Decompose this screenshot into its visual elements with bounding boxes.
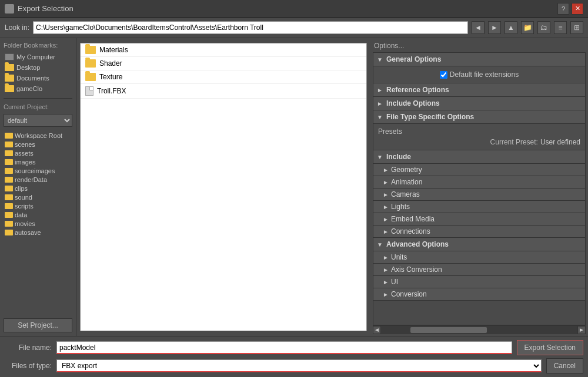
- cameras-header[interactable]: ► Cameras: [373, 188, 585, 201]
- embed-media-title: Embed Media: [391, 215, 435, 223]
- file-type-specific-header[interactable]: ▼ File Type Specific Options: [373, 110, 585, 124]
- current-project-label: Current Project:: [4, 103, 72, 110]
- bookmark-documents[interactable]: Documents: [4, 73, 72, 83]
- cancel-button[interactable]: Cancel: [546, 358, 583, 373]
- include-section-header[interactable]: ▼ Include: [373, 150, 585, 164]
- nav-create-folder-button[interactable]: 📁: [521, 21, 534, 34]
- filetype-select[interactable]: FBX export: [56, 359, 542, 372]
- file-item-texture[interactable]: Texture: [81, 70, 366, 84]
- units-arrow: ►: [383, 254, 389, 261]
- h-scroll-thumb: [410, 327, 487, 333]
- tree-label-assets: assets: [15, 150, 34, 157]
- tree-item-data[interactable]: data: [4, 211, 72, 219]
- tree-label-sourceimages: sourceimages: [15, 167, 55, 174]
- file-item-materials[interactable]: Materials: [81, 43, 366, 57]
- geometry-title: Geometry: [391, 166, 422, 174]
- tree-label-data: data: [15, 211, 27, 218]
- tree-item-clips[interactable]: clips: [4, 184, 72, 193]
- general-options-header[interactable]: ▼ General Options: [373, 53, 585, 66]
- include-options-header[interactable]: ► Include Options: [373, 97, 585, 110]
- tree-item-scripts[interactable]: scripts: [4, 202, 72, 210]
- default-file-ext-checkbox-row: Default file extensions: [440, 70, 519, 79]
- workspace-tree: Workspace Root scenes assets images sour…: [4, 132, 72, 317]
- bookmark-desktop-label: Desktop: [16, 64, 40, 71]
- title-bar-controls: ? ✕: [557, 3, 583, 15]
- units-header[interactable]: ► Units: [373, 251, 585, 264]
- include-section-title: Include: [386, 153, 411, 161]
- h-scroll-left-button[interactable]: ◄: [373, 326, 381, 334]
- bookmark-gameclo-label: gameClo: [16, 85, 42, 92]
- animation-header[interactable]: ► Animation: [373, 176, 585, 188]
- conversion-header[interactable]: ► Conversion: [373, 288, 585, 301]
- current-preset-value: User defined: [540, 138, 580, 146]
- presets-section: Presets Current Preset: User defined: [373, 124, 585, 150]
- main-content: Folder Bookmarks: My Computer Desktop Do…: [0, 38, 588, 336]
- folder-icon-sm: [5, 212, 13, 218]
- folder-icon-sm: [5, 221, 13, 227]
- nav-forward-button[interactable]: ►: [488, 21, 501, 34]
- default-file-ext-label: Default file extensions: [450, 70, 519, 79]
- file-item-troll-fbx[interactable]: Troll.FBX: [81, 84, 366, 99]
- presets-label: Presets: [378, 127, 580, 136]
- folder-bookmarks-label: Folder Bookmarks:: [4, 42, 72, 49]
- file-label-texture: Texture: [99, 73, 122, 81]
- export-selection-button[interactable]: Export Selection: [517, 340, 583, 355]
- lights-title: Lights: [391, 203, 410, 211]
- axis-conversion-header[interactable]: ► Axis Conversion: [373, 264, 585, 276]
- nav-list-view-button[interactable]: ≡: [554, 21, 567, 34]
- tree-item-renderdata[interactable]: renderData: [4, 176, 72, 184]
- folder-icon: [5, 75, 14, 82]
- tree-item-sound[interactable]: sound: [4, 193, 72, 201]
- tree-label-renderdata: renderData: [15, 176, 47, 183]
- nav-bookmarks-button[interactable]: 🗂: [537, 21, 550, 34]
- help-button[interactable]: ?: [557, 3, 569, 15]
- lights-header[interactable]: ► Lights: [373, 201, 585, 213]
- tree-item-assets[interactable]: assets: [4, 149, 72, 157]
- filename-input[interactable]: [56, 341, 512, 354]
- look-in-path[interactable]: [33, 21, 468, 34]
- include-section-arrow: ▼: [377, 154, 384, 160]
- dialog: Look in: ◄ ► ▲ 📁 🗂 ≡ ⊞ Folder Bookmarks:…: [0, 18, 588, 377]
- lights-arrow: ►: [383, 204, 389, 210]
- tree-item-autosave[interactable]: autosave: [4, 228, 72, 237]
- title-bar-left: Export Selection: [5, 4, 74, 14]
- default-file-ext-checkbox[interactable]: [440, 71, 447, 79]
- connections-header[interactable]: ► Connections: [373, 225, 585, 238]
- general-options-title: General Options: [386, 55, 441, 63]
- tree-item-images[interactable]: images: [4, 158, 72, 166]
- bookmark-my-computer[interactable]: My Computer: [4, 52, 72, 62]
- project-select[interactable]: default: [4, 114, 72, 127]
- cameras-title: Cameras: [391, 190, 420, 198]
- reference-options-header[interactable]: ► Reference Options: [373, 83, 585, 97]
- h-scroll-right-button[interactable]: ►: [577, 326, 586, 334]
- close-button[interactable]: ✕: [572, 3, 583, 15]
- filetype-row: Files of type: FBX export Cancel: [5, 358, 583, 373]
- nav-up-button[interactable]: ▲: [505, 21, 517, 34]
- set-project-button[interactable]: Set Project...: [4, 318, 72, 332]
- bookmark-desktop[interactable]: Desktop: [4, 63, 72, 72]
- geometry-header[interactable]: ► Geometry: [373, 164, 585, 176]
- tree-item-movies[interactable]: movies: [4, 220, 72, 228]
- horizontal-scrollbar: ◄ ►: [373, 325, 586, 334]
- file-item-shader[interactable]: Shader: [81, 57, 366, 70]
- tree-item-sourceimages[interactable]: sourceimages: [4, 167, 72, 175]
- folder-icon: [5, 64, 14, 71]
- reference-options-arrow: ►: [377, 87, 384, 93]
- file-type-specific-title: File Type Specific Options: [386, 113, 474, 121]
- tree-item-workspace-root[interactable]: Workspace Root: [4, 132, 72, 140]
- nav-grid-view-button[interactable]: ⊞: [570, 21, 583, 34]
- bookmark-gameclo[interactable]: gameClo: [4, 84, 72, 93]
- ui-header[interactable]: ► UI: [373, 276, 585, 288]
- nav-back-button[interactable]: ◄: [472, 21, 485, 34]
- h-scroll-track[interactable]: [381, 326, 577, 334]
- tree-label-sound: sound: [15, 194, 32, 201]
- tree-label-clips: clips: [15, 185, 28, 192]
- ui-arrow: ►: [383, 279, 389, 285]
- tree-item-scenes[interactable]: scenes: [4, 140, 72, 149]
- embed-media-header[interactable]: ► Embed Media: [373, 213, 585, 225]
- app-icon: [5, 4, 14, 14]
- options-scroll[interactable]: ▼ General Options Default file extension…: [373, 52, 586, 325]
- advanced-options-header[interactable]: ▼ Advanced Options: [373, 238, 585, 251]
- axis-conversion-title: Axis Conversion: [391, 265, 442, 274]
- cameras-arrow: ►: [383, 191, 389, 198]
